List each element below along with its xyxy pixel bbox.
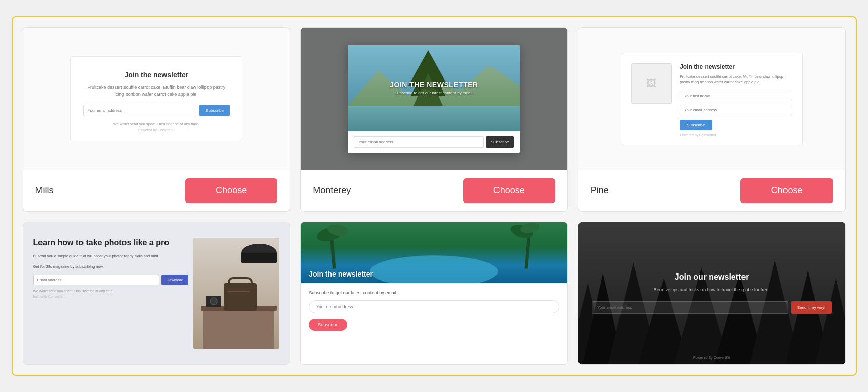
forest-submit-button: Send it my way!	[791, 301, 832, 314]
forest-preview: Join our newsletter Receive tips and tri…	[578, 222, 845, 364]
pool-header-image: Join the newsletter	[301, 222, 567, 283]
mills-footer: Mills Choose	[23, 170, 290, 211]
monterey-header-image: ✕	[348, 45, 520, 131]
monterey-subscribe-button: Subscribe	[486, 136, 514, 148]
pine-right-column: Join the newsletter Fruitcake dessert so…	[680, 63, 792, 137]
pool-sub: Subscribe to get our latest content by e…	[309, 290, 559, 295]
template-grid: Join the newsletter Fruitcake dessert so…	[23, 27, 846, 365]
pine-label: Pine	[591, 185, 609, 196]
forest-sub: Receive tips and tricks on how to travel…	[654, 287, 770, 294]
photography-powered: built with ConvertKit	[33, 295, 189, 298]
mills-spam-text: We won't send you spam. Unsubscribe at a…	[83, 122, 230, 126]
photography-download-button: Download	[161, 275, 188, 285]
pine-email-input[interactable]	[680, 105, 792, 115]
pine-left-column: 🖼	[631, 63, 672, 137]
monterey-title: JOIN THE NEWSLETTER	[390, 81, 478, 89]
forest-template: Join our newsletter Receive tips and tri…	[578, 222, 845, 364]
svg-rect-12	[224, 283, 257, 311]
pool-preview: Join the newsletter Subscribe to get our…	[301, 222, 567, 364]
svg-rect-9	[241, 253, 277, 263]
photography-heading: Learn how to take photos like a pro	[33, 238, 189, 248]
pine-fname-input[interactable]	[680, 91, 792, 101]
pine-title: Join the newsletter	[680, 63, 792, 70]
svg-point-16	[210, 298, 217, 305]
monterey-sub: Subscribe to get our latest content by e…	[395, 91, 474, 95]
forest-powered: Powered By ConvertKit	[693, 356, 730, 359]
monterey-template: ✕	[348, 45, 520, 153]
pool-subscribe-button: Subscribe	[309, 319, 347, 331]
photography-image	[193, 238, 279, 349]
pine-image-icon: 🖼	[646, 77, 656, 89]
pool-body: Subscribe to get our latest content by e…	[301, 283, 567, 364]
card-monterey: ✕	[300, 27, 568, 212]
svg-rect-14	[228, 291, 250, 292]
pine-desc: Fruitcake dessert soufflé carrot cake. M…	[680, 74, 792, 85]
monterey-preview: ✕	[301, 28, 567, 170]
card-pine: 🖼 Join the newsletter Fruitcake dessert …	[578, 27, 846, 212]
photography-preview: Learn how to take photos like a pro I'll…	[23, 222, 290, 364]
mills-desc: Fruitcake dessert soufflé carrot cake. M…	[83, 84, 230, 98]
photography-left: Learn how to take photos like a pro I'll…	[33, 238, 194, 349]
card-forest: Join our newsletter Receive tips and tri…	[578, 222, 846, 365]
mills-title: Join the newsletter	[83, 71, 230, 79]
monterey-footer: Monterey Choose	[301, 170, 567, 211]
pine-image-placeholder: 🖼	[631, 63, 672, 104]
mills-choose-button[interactable]: Choose	[185, 178, 277, 203]
photography-desc: I'll send you a simple guide that will b…	[33, 253, 189, 259]
pine-choose-button[interactable]: Choose	[740, 178, 833, 203]
mills-email-input[interactable]	[83, 105, 196, 116]
pool-template: Join the newsletter Subscribe to get our…	[301, 222, 567, 364]
monterey-email-input[interactable]	[354, 136, 483, 148]
mills-preview: Join the newsletter Fruitcake dessert so…	[23, 28, 290, 170]
photography-cta: Get for 38c magazine by subscribing now.	[33, 264, 189, 269]
svg-rect-10	[203, 308, 274, 349]
svg-rect-2	[348, 106, 520, 131]
photography-right	[193, 238, 279, 349]
photography-template: Learn how to take photos like a pro I'll…	[23, 222, 290, 364]
mills-subscribe-button: Subscribe	[199, 105, 230, 116]
mills-label: Mills	[35, 185, 54, 196]
forest-title: Join our newsletter	[675, 272, 749, 282]
card-pool: Join the newsletter Subscribe to get our…	[300, 222, 568, 365]
mills-form: Subscribe	[83, 105, 230, 116]
monterey-label: Monterey	[313, 185, 351, 196]
pine-subscribe-button: Subscribe	[680, 120, 712, 130]
pool-email-input[interactable]	[309, 300, 559, 313]
card-photography: Learn how to take photos like a pro I'll…	[23, 222, 291, 365]
pine-template: 🖼 Join the newsletter Fruitcake dessert …	[621, 53, 803, 145]
pine-preview: 🖼 Join the newsletter Fruitcake dessert …	[578, 28, 845, 170]
monterey-choose-button[interactable]: Choose	[463, 178, 555, 203]
forest-form: Send it my way!	[592, 301, 832, 314]
photography-email-input[interactable]	[33, 275, 159, 285]
card-mills: Join the newsletter Fruitcake dessert so…	[23, 27, 291, 212]
svg-rect-13	[229, 278, 252, 286]
pine-footer: Pine Choose	[578, 170, 845, 211]
mills-template: Join the newsletter Fruitcake dessert so…	[70, 56, 242, 141]
pool-title: Join the newsletter	[309, 270, 373, 278]
photography-footer-text: We won't send you spam. Unsubscribe at a…	[33, 289, 189, 293]
template-gallery: Join the newsletter Fruitcake dessert so…	[12, 16, 857, 376]
forest-email-input[interactable]	[592, 301, 788, 314]
mills-powered: Powered by ConvertKit	[83, 128, 230, 132]
pine-powered: Powered by ConvertKit	[680, 133, 792, 137]
photography-scene-svg	[193, 238, 279, 349]
photography-form: Download	[33, 275, 189, 285]
monterey-form: Subscribe	[348, 131, 520, 153]
